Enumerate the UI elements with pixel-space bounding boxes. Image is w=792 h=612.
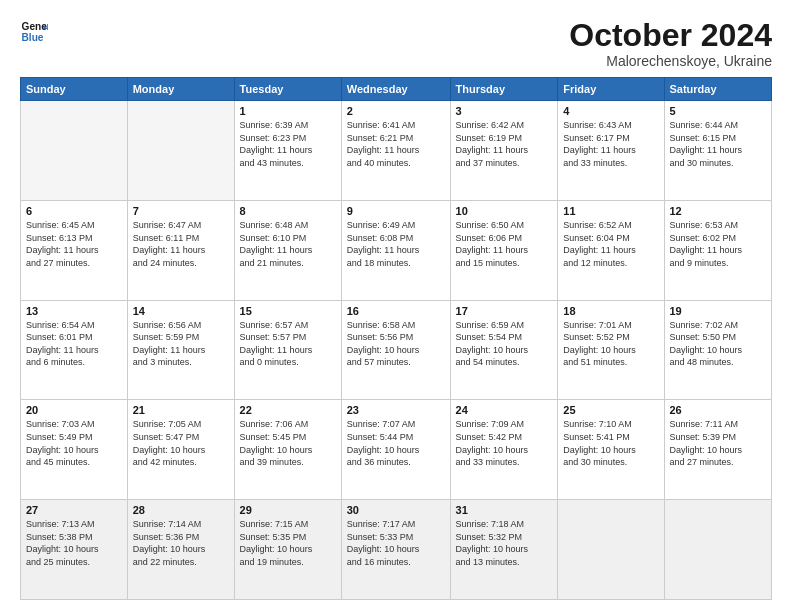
weekday-header-saturday: Saturday	[664, 78, 772, 101]
day-info: Sunrise: 6:47 AM Sunset: 6:11 PM Dayligh…	[133, 219, 229, 269]
calendar-cell: 9Sunrise: 6:49 AM Sunset: 6:08 PM Daylig…	[341, 200, 450, 300]
day-number: 4	[563, 105, 658, 117]
calendar-cell: 25Sunrise: 7:10 AM Sunset: 5:41 PM Dayli…	[558, 400, 664, 500]
day-info: Sunrise: 7:15 AM Sunset: 5:35 PM Dayligh…	[240, 518, 336, 568]
day-info: Sunrise: 6:52 AM Sunset: 6:04 PM Dayligh…	[563, 219, 658, 269]
calendar-cell: 22Sunrise: 7:06 AM Sunset: 5:45 PM Dayli…	[234, 400, 341, 500]
calendar-cell: 1Sunrise: 6:39 AM Sunset: 6:23 PM Daylig…	[234, 101, 341, 201]
day-info: Sunrise: 7:05 AM Sunset: 5:47 PM Dayligh…	[133, 418, 229, 468]
day-number: 3	[456, 105, 553, 117]
calendar-cell: 27Sunrise: 7:13 AM Sunset: 5:38 PM Dayli…	[21, 500, 128, 600]
day-info: Sunrise: 6:59 AM Sunset: 5:54 PM Dayligh…	[456, 319, 553, 369]
calendar-week-3: 13Sunrise: 6:54 AM Sunset: 6:01 PM Dayli…	[21, 300, 772, 400]
day-info: Sunrise: 7:14 AM Sunset: 5:36 PM Dayligh…	[133, 518, 229, 568]
calendar-cell: 4Sunrise: 6:43 AM Sunset: 6:17 PM Daylig…	[558, 101, 664, 201]
day-number: 11	[563, 205, 658, 217]
calendar-cell: 31Sunrise: 7:18 AM Sunset: 5:32 PM Dayli…	[450, 500, 558, 600]
day-number: 10	[456, 205, 553, 217]
calendar-cell: 20Sunrise: 7:03 AM Sunset: 5:49 PM Dayli…	[21, 400, 128, 500]
weekday-header-monday: Monday	[127, 78, 234, 101]
calendar-body: 1Sunrise: 6:39 AM Sunset: 6:23 PM Daylig…	[21, 101, 772, 600]
svg-text:Blue: Blue	[22, 32, 44, 43]
day-number: 8	[240, 205, 336, 217]
day-number: 24	[456, 404, 553, 416]
day-number: 9	[347, 205, 445, 217]
day-info: Sunrise: 7:09 AM Sunset: 5:42 PM Dayligh…	[456, 418, 553, 468]
calendar-week-1: 1Sunrise: 6:39 AM Sunset: 6:23 PM Daylig…	[21, 101, 772, 201]
calendar-cell: 11Sunrise: 6:52 AM Sunset: 6:04 PM Dayli…	[558, 200, 664, 300]
calendar-cell: 6Sunrise: 6:45 AM Sunset: 6:13 PM Daylig…	[21, 200, 128, 300]
weekday-header-thursday: Thursday	[450, 78, 558, 101]
day-number: 29	[240, 504, 336, 516]
calendar-week-2: 6Sunrise: 6:45 AM Sunset: 6:13 PM Daylig…	[21, 200, 772, 300]
day-number: 13	[26, 305, 122, 317]
day-info: Sunrise: 6:42 AM Sunset: 6:19 PM Dayligh…	[456, 119, 553, 169]
day-number: 5	[670, 105, 767, 117]
day-info: Sunrise: 6:39 AM Sunset: 6:23 PM Dayligh…	[240, 119, 336, 169]
calendar-cell: 29Sunrise: 7:15 AM Sunset: 5:35 PM Dayli…	[234, 500, 341, 600]
weekday-header-sunday: Sunday	[21, 78, 128, 101]
page: General Blue October 2024 Malorechenskoy…	[0, 0, 792, 612]
calendar-cell: 12Sunrise: 6:53 AM Sunset: 6:02 PM Dayli…	[664, 200, 772, 300]
day-info: Sunrise: 7:07 AM Sunset: 5:44 PM Dayligh…	[347, 418, 445, 468]
title-block: October 2024 Malorechenskoye, Ukraine	[569, 18, 772, 69]
day-info: Sunrise: 7:02 AM Sunset: 5:50 PM Dayligh…	[670, 319, 767, 369]
calendar-cell: 14Sunrise: 6:56 AM Sunset: 5:59 PM Dayli…	[127, 300, 234, 400]
day-number: 20	[26, 404, 122, 416]
calendar-cell: 17Sunrise: 6:59 AM Sunset: 5:54 PM Dayli…	[450, 300, 558, 400]
day-number: 25	[563, 404, 658, 416]
calendar-cell	[664, 500, 772, 600]
calendar-cell: 23Sunrise: 7:07 AM Sunset: 5:44 PM Dayli…	[341, 400, 450, 500]
calendar-cell: 24Sunrise: 7:09 AM Sunset: 5:42 PM Dayli…	[450, 400, 558, 500]
day-number: 28	[133, 504, 229, 516]
main-title: October 2024	[569, 18, 772, 53]
day-info: Sunrise: 7:10 AM Sunset: 5:41 PM Dayligh…	[563, 418, 658, 468]
day-info: Sunrise: 6:43 AM Sunset: 6:17 PM Dayligh…	[563, 119, 658, 169]
day-number: 12	[670, 205, 767, 217]
day-number: 22	[240, 404, 336, 416]
calendar-week-5: 27Sunrise: 7:13 AM Sunset: 5:38 PM Dayli…	[21, 500, 772, 600]
day-number: 17	[456, 305, 553, 317]
weekday-header-friday: Friday	[558, 78, 664, 101]
weekday-header-row: SundayMondayTuesdayWednesdayThursdayFrid…	[21, 78, 772, 101]
calendar-week-4: 20Sunrise: 7:03 AM Sunset: 5:49 PM Dayli…	[21, 400, 772, 500]
day-info: Sunrise: 7:18 AM Sunset: 5:32 PM Dayligh…	[456, 518, 553, 568]
day-info: Sunrise: 6:50 AM Sunset: 6:06 PM Dayligh…	[456, 219, 553, 269]
day-info: Sunrise: 6:48 AM Sunset: 6:10 PM Dayligh…	[240, 219, 336, 269]
day-number: 2	[347, 105, 445, 117]
day-info: Sunrise: 6:56 AM Sunset: 5:59 PM Dayligh…	[133, 319, 229, 369]
subtitle: Malorechenskoye, Ukraine	[569, 53, 772, 69]
day-info: Sunrise: 6:41 AM Sunset: 6:21 PM Dayligh…	[347, 119, 445, 169]
day-info: Sunrise: 7:13 AM Sunset: 5:38 PM Dayligh…	[26, 518, 122, 568]
calendar-cell: 21Sunrise: 7:05 AM Sunset: 5:47 PM Dayli…	[127, 400, 234, 500]
calendar-cell: 5Sunrise: 6:44 AM Sunset: 6:15 PM Daylig…	[664, 101, 772, 201]
day-number: 19	[670, 305, 767, 317]
day-number: 7	[133, 205, 229, 217]
day-number: 6	[26, 205, 122, 217]
day-info: Sunrise: 6:58 AM Sunset: 5:56 PM Dayligh…	[347, 319, 445, 369]
calendar-header: SundayMondayTuesdayWednesdayThursdayFrid…	[21, 78, 772, 101]
calendar-cell: 13Sunrise: 6:54 AM Sunset: 6:01 PM Dayli…	[21, 300, 128, 400]
day-number: 23	[347, 404, 445, 416]
calendar-cell: 30Sunrise: 7:17 AM Sunset: 5:33 PM Dayli…	[341, 500, 450, 600]
calendar-cell: 16Sunrise: 6:58 AM Sunset: 5:56 PM Dayli…	[341, 300, 450, 400]
day-number: 21	[133, 404, 229, 416]
day-number: 1	[240, 105, 336, 117]
logo: General Blue	[20, 18, 48, 46]
weekday-header-tuesday: Tuesday	[234, 78, 341, 101]
calendar-cell: 7Sunrise: 6:47 AM Sunset: 6:11 PM Daylig…	[127, 200, 234, 300]
calendar-table: SundayMondayTuesdayWednesdayThursdayFrid…	[20, 77, 772, 600]
day-number: 27	[26, 504, 122, 516]
calendar-cell: 10Sunrise: 6:50 AM Sunset: 6:06 PM Dayli…	[450, 200, 558, 300]
calendar-cell: 19Sunrise: 7:02 AM Sunset: 5:50 PM Dayli…	[664, 300, 772, 400]
logo-icon: General Blue	[20, 18, 48, 46]
day-info: Sunrise: 7:11 AM Sunset: 5:39 PM Dayligh…	[670, 418, 767, 468]
day-info: Sunrise: 7:06 AM Sunset: 5:45 PM Dayligh…	[240, 418, 336, 468]
day-info: Sunrise: 6:54 AM Sunset: 6:01 PM Dayligh…	[26, 319, 122, 369]
day-info: Sunrise: 7:03 AM Sunset: 5:49 PM Dayligh…	[26, 418, 122, 468]
calendar-cell: 15Sunrise: 6:57 AM Sunset: 5:57 PM Dayli…	[234, 300, 341, 400]
day-number: 16	[347, 305, 445, 317]
calendar-cell	[558, 500, 664, 600]
calendar-cell: 26Sunrise: 7:11 AM Sunset: 5:39 PM Dayli…	[664, 400, 772, 500]
day-number: 15	[240, 305, 336, 317]
